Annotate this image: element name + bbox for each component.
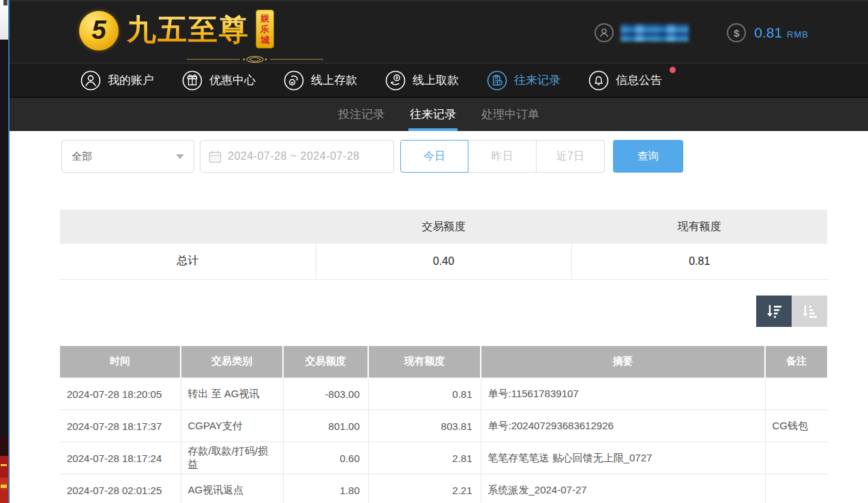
summary-header-balance: 现有额度 [571, 210, 827, 244]
user-avatar-icon [595, 23, 614, 42]
content-area: 全部 2024-07-28 ~ 2024-07-28 今日 昨日 近7日 查询 [10, 131, 868, 503]
cell-type: AG视讯返点 [181, 474, 283, 503]
brand-logo[interactable]: 5 九五至尊 娱 乐 城 [79, 1, 274, 64]
nav-item-my-account[interactable]: 我的账户 [80, 70, 160, 91]
cell-summary: 系统派发_2024-07-27 [481, 474, 765, 503]
sort-descending-button[interactable] [756, 296, 792, 327]
nav-item-transaction-records[interactable]: 往来记录 [487, 70, 566, 91]
cell-summary: 笔笔存笔笔送 贴心回馈无上限_0727 [481, 442, 765, 474]
yesterday-button[interactable]: 昨日 [468, 140, 537, 173]
brand-name: 九五至尊 [127, 10, 250, 50]
logo-coin-icon: 5 [79, 11, 119, 51]
cell-balance: 803.81 [368, 410, 481, 442]
calendar-icon [209, 150, 222, 163]
left-edge-light-area [0, 0, 8, 40]
cell-amount: -803.00 [283, 378, 368, 410]
col-header-time: 时间 [60, 346, 181, 378]
window-edge-line [8, 0, 10, 503]
sort-descending-icon [765, 302, 783, 320]
summary-total-label: 总计 [60, 244, 316, 279]
records-table: 时间 交易类别 交易额度 现有额度 摘要 备注 2024-07-28 18:20… [60, 346, 827, 503]
balance-currency: RMB [787, 27, 809, 40]
search-button[interactable]: 查询 [613, 140, 683, 173]
nav-item-announcements[interactable]: 信息公告 [588, 70, 668, 91]
cell-summary: 单号:115617839107 [481, 378, 765, 410]
username-blurred [620, 24, 689, 42]
records-header-row: 时间 交易类别 交易额度 现有额度 摘要 备注 [60, 346, 827, 378]
cell-note: CG钱包 [765, 410, 827, 442]
balance-value: 0.81 [754, 25, 782, 41]
cell-balance: 0.81 [368, 378, 481, 410]
brand-badge: 娱 乐 城 [256, 10, 274, 48]
logo-symbol: 5 [91, 16, 106, 45]
cell-balance: 2.81 [368, 442, 481, 474]
deposit-hand-icon [284, 70, 304, 91]
col-header-type: 交易类别 [181, 346, 283, 378]
chevron-down-icon [176, 154, 184, 159]
left-edge-strip [0, 0, 8, 503]
cell-amount: 801.00 [283, 410, 368, 442]
summary-total-balance: 0.81 [571, 244, 827, 279]
gift-icon [182, 70, 203, 91]
summary-total-row: 总计 0.40 0.81 [60, 244, 827, 279]
last7days-button[interactable]: 近7日 [537, 140, 605, 173]
badge-char: 乐 [256, 24, 274, 35]
balance[interactable]: $ 0.81 RMB [727, 23, 809, 42]
date-range-value: 2024-07-28 ~ 2024-07-28 [228, 150, 359, 162]
user-account[interactable] [595, 23, 689, 42]
date-range-picker[interactable]: 2024-07-28 ~ 2024-07-28 [200, 140, 394, 173]
withdraw-coin-icon [385, 70, 406, 91]
cell-note [765, 474, 827, 503]
table-row: 2024-07-28 02:01:25 AG视讯返点 1.80 2.21 系统派… [60, 474, 827, 503]
left-edge-tick [3, 0, 8, 5]
cell-amount: 1.80 [283, 474, 368, 503]
logo-flourish-ornament [187, 56, 323, 63]
badge-char: 娱 [256, 13, 274, 24]
notification-dot [670, 67, 676, 73]
table-row: 2024-07-28 18:20:05 转出 至 AG视讯 -803.00 0.… [60, 378, 827, 410]
table-row: 2024-07-28 18:17:37 CGPAY支付 801.00 803.8… [60, 410, 827, 442]
cell-type: 转出 至 AG视讯 [181, 378, 283, 410]
badge-char: 城 [256, 35, 274, 46]
col-header-note: 备注 [765, 346, 827, 378]
quick-date-group: 今日 昨日 近7日 [400, 140, 605, 173]
cell-type: CGPAY支付 [181, 410, 283, 442]
today-button[interactable]: 今日 [400, 140, 468, 173]
sort-controls [60, 296, 827, 327]
cell-note [765, 378, 827, 410]
summary-total-transaction: 0.40 [316, 244, 571, 279]
header-right: $ 0.81 RMB [595, 1, 809, 64]
col-header-summary: 摘要 [481, 346, 765, 378]
col-header-balance: 现有额度 [368, 346, 481, 378]
user-circle-icon [80, 70, 101, 91]
tab-betting-records[interactable]: 投注记录 [338, 98, 385, 131]
sort-ascending-icon [800, 302, 818, 320]
cell-time: 2024-07-28 02:01:25 [60, 474, 181, 503]
page: 5 九五至尊 娱 乐 城 [10, 0, 868, 503]
site-header: 5 九五至尊 娱 乐 城 [10, 0, 868, 63]
nav-item-withdraw[interactable]: 线上取款 [385, 70, 464, 91]
tab-transaction-records[interactable]: 往来记录 [410, 98, 456, 131]
cell-amount: 0.60 [283, 442, 368, 474]
cell-balance: 2.21 [368, 474, 481, 503]
bell-icon [588, 70, 609, 91]
main-nav: 我的账户 优惠中心 线上存款 [10, 63, 868, 98]
cell-time: 2024-07-28 18:17:37 [60, 410, 181, 442]
summary-header-transaction: 交易额度 [316, 210, 571, 244]
cell-note [765, 442, 827, 474]
col-header-amount: 交易额度 [283, 346, 368, 378]
nav-item-promotions[interactable]: 优惠中心 [182, 70, 261, 91]
cell-time: 2024-07-28 18:17:24 [60, 442, 181, 474]
summary-table: 交易额度 现有额度 总计 0.40 0.81 [60, 210, 827, 280]
table-row: 2024-07-28 18:17:24 存款/取款/打码/损益 0.60 2.8… [60, 442, 827, 474]
cell-time: 2024-07-28 18:20:05 [60, 378, 181, 410]
sub-nav: 投注记录 往来记录 处理中订单 [10, 98, 868, 131]
category-select-value: 全部 [72, 150, 176, 163]
sort-ascending-button[interactable] [792, 296, 827, 327]
tab-processing-orders[interactable]: 处理中订单 [481, 98, 539, 131]
dollar-icon: $ [727, 23, 746, 42]
nav-item-deposit[interactable]: 线上存款 [284, 70, 363, 91]
category-select[interactable]: 全部 [61, 140, 194, 173]
cell-type: 存款/取款/打码/损益 [181, 442, 283, 474]
promo-sticker-fragment [0, 437, 8, 503]
